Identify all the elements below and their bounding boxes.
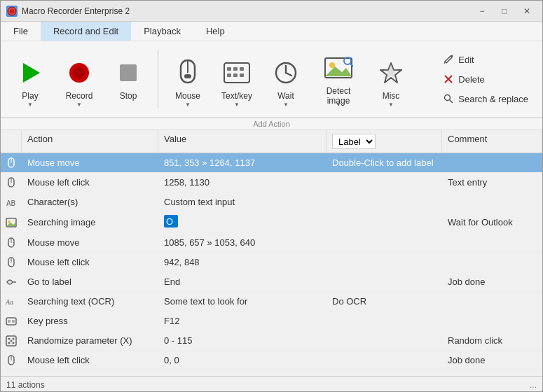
statusbar-dots: ... xyxy=(530,380,537,390)
row-value: O xyxy=(158,212,327,232)
svg-text:AB: AB xyxy=(6,199,16,208)
table-row[interactable]: Key press F12 xyxy=(1,312,542,331)
delete-icon xyxy=(443,74,454,85)
row-value: Custom text input xyxy=(158,194,327,210)
svg-point-51 xyxy=(13,337,15,340)
record-icon xyxy=(64,57,95,88)
stop-icon xyxy=(113,57,144,88)
row-action: Go to label xyxy=(22,274,158,290)
window-controls: − □ ✕ xyxy=(472,5,537,18)
detectimage-button[interactable]: Detect image ▼ xyxy=(311,48,366,111)
row-label xyxy=(327,358,442,363)
svg-point-4 xyxy=(73,66,85,79)
textkey-arrow: ▼ xyxy=(234,102,240,108)
svg-text:Aa: Aa xyxy=(6,298,13,306)
row-action: Mouse move xyxy=(22,234,158,251)
record-button[interactable]: Record ▼ xyxy=(55,48,103,111)
svg-marker-2 xyxy=(23,63,40,83)
svg-line-24 xyxy=(444,62,445,64)
row-value: End xyxy=(158,274,327,290)
toolbar-right-actions: Edit Delete Search & rep xyxy=(437,44,537,114)
row-comment: Wait for Outlook xyxy=(442,214,542,230)
misc-button[interactable]: Misc ▼ xyxy=(367,48,415,111)
row-action: Mouse left click xyxy=(22,254,158,270)
table-row[interactable]: Go to label End Job done xyxy=(1,272,542,292)
label-dropdown: Label xyxy=(332,134,436,149)
table-row[interactable]: Mouse move 851, 353 » 1264, 1137 Double-… xyxy=(1,153,542,173)
menu-record-edit[interactable]: Record and Edit xyxy=(41,22,131,41)
svg-point-53 xyxy=(11,340,13,342)
search-icon xyxy=(443,93,454,104)
row-comment xyxy=(442,240,542,246)
table-row[interactable]: Mouse left click 942, 848 xyxy=(1,253,542,272)
maximize-button[interactable]: □ xyxy=(495,5,514,18)
table-row[interactable]: Mouse left click 0, 0 Job done xyxy=(1,351,542,370)
table-header: Action Value Label Comment xyxy=(1,130,542,153)
record-arrow: ▼ xyxy=(76,102,82,108)
menu-help[interactable]: Help xyxy=(193,22,238,41)
play-button[interactable]: Play ▼ xyxy=(6,48,54,111)
menu-playback[interactable]: Playback xyxy=(131,22,193,41)
app-icon xyxy=(6,6,18,17)
table-row[interactable]: Aa Searching text (OCR) Some text to loo… xyxy=(1,292,542,312)
row-value: F12 xyxy=(158,313,327,329)
stop-button[interactable]: Stop xyxy=(104,48,152,111)
col-value: Value xyxy=(158,130,327,153)
svg-point-35 xyxy=(8,220,11,223)
delete-button[interactable]: Delete xyxy=(437,71,534,87)
play-icon xyxy=(15,57,46,88)
table-row[interactable]: Mouse move 1085, 657 » 1053, 640 xyxy=(1,233,542,253)
svg-point-52 xyxy=(8,342,11,344)
label-select[interactable]: Label xyxy=(332,134,376,149)
row-action: Character(s) xyxy=(22,194,158,210)
row-value: 851, 353 » 1264, 1137 xyxy=(158,155,327,171)
row-icon: Aa xyxy=(1,296,22,307)
row-label xyxy=(327,180,442,186)
textkey-button[interactable]: Text/key ▼ xyxy=(213,48,261,111)
window-title: Macro Recorder Enterprise 2 xyxy=(22,6,472,16)
detectimage-arrow: ▼ xyxy=(336,102,341,108)
close-button[interactable]: ✕ xyxy=(517,5,537,18)
table-row[interactable]: AB Character(s) Custom text input xyxy=(1,192,542,212)
svg-rect-15 xyxy=(240,74,244,77)
minimize-button[interactable]: − xyxy=(472,5,492,18)
row-label xyxy=(327,240,442,246)
mouse-icon xyxy=(172,57,203,88)
mouse-button[interactable]: Mouse ▼ xyxy=(164,48,212,111)
row-label xyxy=(327,260,442,265)
svg-rect-10 xyxy=(227,67,231,71)
svg-text:O: O xyxy=(166,216,173,227)
table-row[interactable]: Randomize parameter (X) 0 - 115 Random c… xyxy=(1,331,542,351)
detectimage-icon xyxy=(323,52,354,83)
svg-line-18 xyxy=(286,73,291,76)
edit-label: Edit xyxy=(458,55,474,65)
row-value: 1085, 657 » 1053, 640 xyxy=(158,234,327,251)
add-action-label: Add Action xyxy=(1,118,542,130)
misc-arrow: ▼ xyxy=(388,102,394,108)
edit-button[interactable]: Edit xyxy=(437,52,534,67)
svg-point-27 xyxy=(445,95,451,101)
svg-rect-47 xyxy=(12,320,15,323)
svg-rect-46 xyxy=(8,320,11,323)
menu-file[interactable]: File xyxy=(1,22,41,41)
row-icon: AB xyxy=(1,197,22,208)
row-comment: Job done xyxy=(442,352,542,368)
row-comment xyxy=(442,260,542,265)
svg-line-28 xyxy=(450,100,453,104)
row-label-hint: Double-Click to add label xyxy=(327,155,442,171)
row-value: 0 - 115 xyxy=(158,332,327,349)
toolbar-divider-1 xyxy=(158,50,158,108)
statusbar: 11 actions ... xyxy=(1,376,542,392)
toolbar: Play ▼ Record ▼ xyxy=(1,41,542,118)
table-row[interactable]: Mouse left click 1258, 1130 Text entry xyxy=(1,173,542,192)
row-comment: Random click xyxy=(442,332,542,349)
row-comment xyxy=(442,318,542,324)
svg-rect-12 xyxy=(240,67,244,71)
row-comment xyxy=(442,200,542,205)
search-replace-label: Search & replace xyxy=(458,94,528,104)
table-row[interactable]: Searching image O Wait for Outlook xyxy=(1,212,542,233)
row-value: 1258, 1130 xyxy=(158,174,327,190)
wait-button[interactable]: Wait ▼ xyxy=(262,48,310,111)
row-action: Mouse left click xyxy=(22,174,158,190)
search-replace-button[interactable]: Search & replace xyxy=(437,91,534,106)
